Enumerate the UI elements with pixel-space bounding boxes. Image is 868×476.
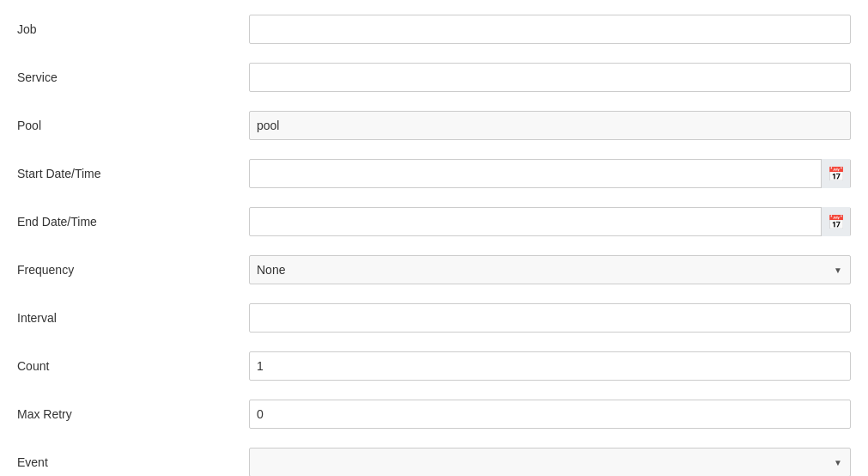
pool-row: Pool: [17, 105, 851, 146]
start-datetime-row: Start Date/Time 📅: [17, 153, 851, 194]
calendar-icon: 📅: [828, 214, 845, 230]
max-retry-label: Max Retry: [17, 407, 249, 421]
start-datetime-label: Start Date/Time: [17, 167, 249, 180]
event-select-wrapper: [249, 448, 851, 476]
form-container: Job Service Pool Start Date/Time 📅 End D…: [0, 0, 868, 476]
event-select[interactable]: [249, 448, 851, 476]
interval-label: Interval: [17, 311, 249, 325]
pool-label: Pool: [17, 119, 249, 132]
count-label: Count: [17, 359, 249, 373]
start-datetime-calendar-button[interactable]: 📅: [821, 159, 850, 188]
frequency-select-wrapper: None Daily Weekly Monthly Yearly: [249, 255, 851, 284]
max-retry-input[interactable]: [249, 400, 851, 429]
end-datetime-input[interactable]: [250, 208, 821, 235]
interval-input[interactable]: [249, 303, 851, 333]
end-datetime-label: End Date/Time: [17, 215, 249, 229]
count-row: Count: [17, 345, 851, 387]
service-label: Service: [17, 70, 249, 84]
end-datetime-input-wrapper: 📅: [249, 207, 851, 236]
frequency-row: Frequency None Daily Weekly Monthly Year…: [17, 249, 851, 290]
event-row: Event: [17, 442, 851, 476]
max-retry-row: Max Retry: [17, 394, 851, 435]
service-input[interactable]: [249, 63, 851, 92]
job-input[interactable]: [249, 15, 851, 44]
pool-input[interactable]: [249, 111, 851, 140]
service-row: Service: [17, 57, 851, 98]
end-datetime-calendar-button[interactable]: 📅: [821, 207, 850, 236]
start-datetime-input[interactable]: [250, 160, 821, 187]
job-label: Job: [17, 22, 249, 36]
job-row: Job: [17, 9, 851, 50]
event-label: Event: [17, 455, 249, 469]
end-datetime-row: End Date/Time 📅: [17, 201, 851, 242]
frequency-label: Frequency: [17, 263, 249, 277]
interval-row: Interval: [17, 297, 851, 339]
start-datetime-input-wrapper: 📅: [249, 159, 851, 188]
count-input[interactable]: [249, 351, 851, 381]
frequency-select[interactable]: None Daily Weekly Monthly Yearly: [249, 255, 851, 284]
calendar-icon: 📅: [828, 166, 845, 182]
